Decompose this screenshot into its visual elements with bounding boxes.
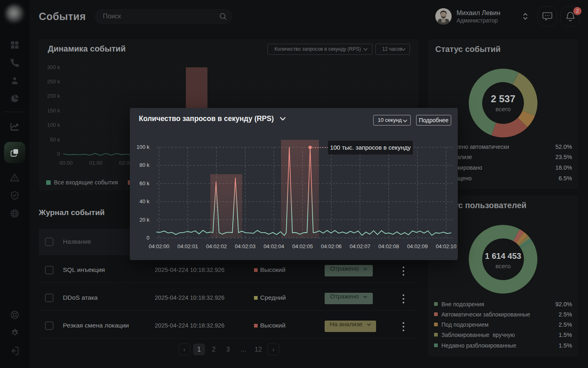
svg-text:100 k: 100 k [136,144,149,150]
svg-text:04:02:00: 04:02:00 [149,243,169,249]
svg-text:04:02:10: 04:02:10 [436,243,457,249]
svg-text:150 k: 150 k [47,108,60,114]
svg-text:04:02:01: 04:02:01 [177,243,198,249]
svg-text:300 k: 300 k [47,64,60,70]
svg-text:20 k: 20 k [139,217,149,223]
svg-text:04:02:09: 04:02:09 [407,243,428,249]
svg-text:04:02:05: 04:02:05 [292,243,313,249]
svg-text:200 k: 200 k [47,93,60,99]
svg-text:0: 0 [147,235,149,241]
svg-text:04:02:06: 04:02:06 [321,243,342,249]
svg-text:60 k: 60 k [139,180,149,186]
svg-text:80 k: 80 k [139,162,149,168]
svg-text:04:02:07: 04:02:07 [350,243,370,249]
svg-text:01:00: 01:00 [89,160,102,166]
svg-text:04:02:02: 04:02:02 [206,243,227,249]
svg-text:04:02:08: 04:02:08 [379,243,399,249]
svg-text:0: 0 [57,151,60,157]
svg-text:250 k: 250 k [47,79,60,85]
svg-text:40 k: 40 k [139,198,149,204]
svg-text:04:02:03: 04:02:03 [235,243,256,249]
svg-text:04:02:04: 04:02:04 [263,243,284,249]
svg-text:100 k: 100 k [47,122,60,128]
svg-text:00:00: 00:00 [59,160,73,166]
svg-text:50 k: 50 k [50,137,60,143]
